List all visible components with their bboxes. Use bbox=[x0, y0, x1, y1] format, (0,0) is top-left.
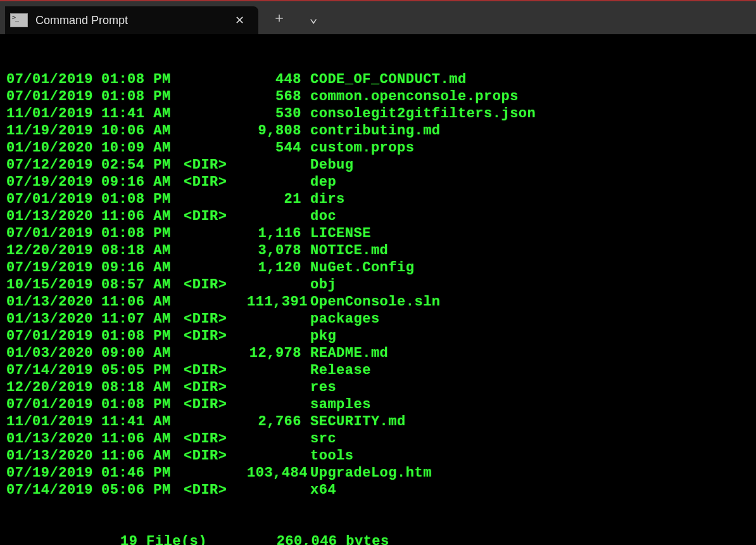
col-name: dirs bbox=[310, 191, 750, 208]
col-time: 11:07 AM bbox=[101, 311, 184, 328]
col-date: 01/13/2020 bbox=[6, 447, 101, 465]
col-size bbox=[247, 482, 310, 499]
col-date: 01/03/2020 bbox=[6, 345, 101, 362]
col-dir: <DIR> bbox=[184, 276, 247, 293]
dir-listing-row: 07/19/201901:46 PM103,484UpgradeLog.htm bbox=[6, 465, 750, 482]
col-name: OpenConsole.sln bbox=[310, 293, 750, 311]
col-name: custom.props bbox=[310, 139, 750, 157]
col-date: 01/10/2020 bbox=[6, 139, 101, 157]
col-dir bbox=[184, 139, 247, 157]
dir-listing-row: 12/20/201908:18 AM<DIR>res bbox=[6, 379, 750, 396]
col-size: 544 bbox=[247, 139, 310, 157]
col-dir bbox=[184, 88, 247, 105]
terminal-output[interactable]: 07/01/201901:08 PM448CODE_OF_CONDUCT.md0… bbox=[0, 34, 756, 545]
col-time: 08:18 AM bbox=[101, 379, 184, 396]
dir-listing-row: 01/13/202011:06 AM111,391OpenConsole.sln bbox=[6, 293, 750, 311]
col-time: 05:05 PM bbox=[101, 362, 184, 379]
col-time: 11:41 AM bbox=[101, 413, 184, 430]
col-dir bbox=[184, 293, 247, 311]
col-dir bbox=[184, 71, 247, 88]
col-dir: <DIR> bbox=[184, 396, 247, 413]
close-tab-button[interactable]: ✕ bbox=[229, 10, 249, 30]
col-date: 07/01/2019 bbox=[6, 328, 101, 345]
new-tab-button[interactable]: ＋ bbox=[265, 5, 294, 30]
col-size bbox=[247, 379, 310, 396]
col-dir bbox=[184, 122, 247, 139]
col-dir bbox=[184, 191, 247, 208]
col-dir: <DIR> bbox=[184, 482, 247, 499]
col-size: 2,766 bbox=[247, 413, 310, 430]
dir-listing-row: 07/19/201909:16 AM1,120NuGet.Config bbox=[6, 259, 750, 276]
col-date: 01/13/2020 bbox=[6, 208, 101, 225]
tab-dropdown-button[interactable]: ⌄ bbox=[299, 5, 328, 30]
col-dir bbox=[184, 105, 247, 122]
col-size: 448 bbox=[247, 71, 310, 88]
col-date: 07/01/2019 bbox=[6, 396, 101, 413]
dir-listing-row: 01/13/202011:06 AM<DIR>tools bbox=[6, 447, 750, 465]
dir-listing-row: 07/14/201905:05 PM<DIR>Release bbox=[6, 362, 750, 379]
col-dir: <DIR> bbox=[184, 174, 247, 191]
col-name: NuGet.Config bbox=[310, 259, 750, 276]
col-name: contributing.md bbox=[310, 122, 750, 139]
dir-listing-row: 11/01/201911:41 AM2,766SECURITY.md bbox=[6, 413, 750, 430]
col-date: 07/01/2019 bbox=[6, 88, 101, 105]
col-size bbox=[247, 396, 310, 413]
col-size: 103,484 bbox=[247, 465, 310, 482]
col-date: 07/14/2019 bbox=[6, 482, 101, 499]
col-size bbox=[247, 311, 310, 328]
dir-listing-row: 07/14/201905:06 PM<DIR>x64 bbox=[6, 482, 750, 499]
col-size bbox=[247, 174, 310, 191]
dir-listing-row: 07/01/201901:08 PM21dirs bbox=[6, 191, 750, 208]
col-dir: <DIR> bbox=[184, 208, 247, 225]
col-date: 11/19/2019 bbox=[6, 122, 101, 139]
col-dir bbox=[184, 465, 247, 482]
col-size: 9,808 bbox=[247, 122, 310, 139]
dir-listing-row: 01/10/202010:09 AM544custom.props bbox=[6, 139, 750, 157]
col-time: 10:06 AM bbox=[101, 122, 184, 139]
dir-listing-row: 07/01/201901:08 PM<DIR>samples bbox=[6, 396, 750, 413]
col-date: 07/14/2019 bbox=[6, 362, 101, 379]
col-name: pkg bbox=[310, 328, 750, 345]
col-dir: <DIR> bbox=[184, 362, 247, 379]
col-dir: <DIR> bbox=[184, 311, 247, 328]
col-name: README.md bbox=[310, 345, 750, 362]
col-time: 11:41 AM bbox=[101, 105, 184, 122]
col-time: 11:06 AM bbox=[101, 293, 184, 311]
col-time: 01:08 PM bbox=[101, 191, 184, 208]
dir-listing-row: 11/19/201910:06 AM9,808contributing.md bbox=[6, 122, 750, 139]
dir-listing-row: 01/13/202011:06 AM<DIR>src bbox=[6, 430, 750, 447]
col-dir: <DIR> bbox=[184, 430, 247, 447]
col-time: 09:00 AM bbox=[101, 345, 184, 362]
tab-command-prompt[interactable]: Command Prompt ✕ bbox=[5, 6, 258, 34]
col-time: 01:08 PM bbox=[101, 328, 184, 345]
col-name: src bbox=[310, 430, 750, 447]
dir-listing-row: 11/01/201911:41 AM530consolegit2gitfilte… bbox=[6, 105, 750, 122]
col-time: 01:08 PM bbox=[101, 225, 184, 242]
col-time: 08:18 AM bbox=[101, 242, 184, 259]
col-name: Release bbox=[310, 362, 750, 379]
dir-listing-row: 07/01/201901:08 PM448CODE_OF_CONDUCT.md bbox=[6, 71, 750, 88]
col-time: 08:57 AM bbox=[101, 276, 184, 293]
col-size bbox=[247, 157, 310, 174]
col-date: 07/01/2019 bbox=[6, 225, 101, 242]
col-date: 07/19/2019 bbox=[6, 259, 101, 276]
col-name: CODE_OF_CONDUCT.md bbox=[310, 71, 750, 88]
col-dir bbox=[184, 345, 247, 362]
col-dir: <DIR> bbox=[184, 328, 247, 345]
col-size bbox=[247, 447, 310, 465]
col-date: 10/15/2019 bbox=[6, 276, 101, 293]
col-time: 11:06 AM bbox=[101, 447, 184, 465]
col-date: 07/01/2019 bbox=[6, 191, 101, 208]
col-dir bbox=[184, 413, 247, 430]
col-dir: <DIR> bbox=[184, 379, 247, 396]
col-date: 07/19/2019 bbox=[6, 465, 101, 482]
col-name: LICENSE bbox=[310, 225, 750, 242]
dir-listing-row: 01/03/202009:00 AM12,978README.md bbox=[6, 345, 750, 362]
col-date: 12/20/2019 bbox=[6, 242, 101, 259]
summary-files: 19 File(s) 260,046 bytes bbox=[6, 533, 750, 545]
col-name: res bbox=[310, 379, 750, 396]
col-name: NOTICE.md bbox=[310, 242, 750, 259]
col-date: 01/13/2020 bbox=[6, 293, 101, 311]
col-time: 11:06 AM bbox=[101, 208, 184, 225]
col-name: UpgradeLog.htm bbox=[310, 465, 750, 482]
